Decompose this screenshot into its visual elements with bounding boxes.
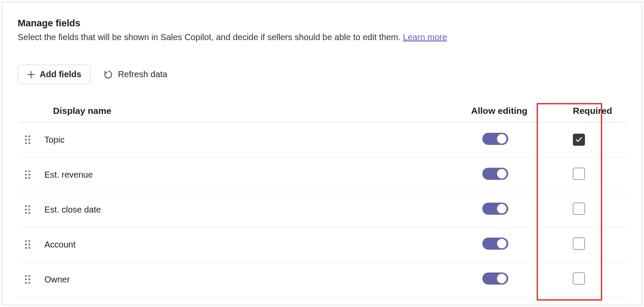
svg-point-4: [25, 142, 27, 144]
page-title: Manage fields: [18, 18, 626, 29]
table-row: Est. revenue: [18, 157, 626, 192]
svg-point-29: [28, 282, 30, 284]
svg-point-20: [25, 244, 27, 245]
svg-point-27: [28, 279, 30, 280]
svg-point-6: [25, 170, 27, 172]
svg-point-8: [25, 174, 27, 175]
add-fields-button[interactable]: Add fields: [18, 65, 91, 84]
svg-point-28: [25, 282, 27, 284]
plus-icon: [27, 70, 35, 79]
allow-editing-cell: [471, 273, 557, 287]
required-checkbox[interactable]: [573, 273, 585, 285]
drag-handle-icon[interactable]: [18, 205, 44, 214]
svg-point-2: [25, 139, 27, 141]
refresh-data-label: Refresh data: [118, 69, 168, 79]
drag-handle-icon[interactable]: [18, 275, 44, 284]
svg-point-7: [28, 170, 30, 172]
svg-point-14: [25, 209, 27, 210]
allow-editing-cell: [471, 203, 557, 217]
drag-handle-icon[interactable]: [18, 170, 44, 179]
allow-editing-cell: [471, 133, 557, 147]
svg-point-23: [28, 247, 30, 249]
field-name: Est. revenue: [44, 170, 471, 180]
svg-point-12: [25, 205, 27, 207]
svg-point-22: [25, 247, 27, 249]
svg-point-11: [28, 177, 30, 179]
fields-table: Display name Allow editing Required Topi…: [18, 100, 626, 297]
field-name: Est. close date: [44, 205, 471, 215]
svg-point-5: [28, 142, 30, 144]
svg-point-19: [28, 240, 30, 242]
required-cell: [557, 273, 626, 287]
required-checkbox[interactable]: [573, 203, 585, 215]
learn-more-link[interactable]: Learn more: [403, 32, 447, 42]
table-row: Owner: [18, 262, 626, 297]
svg-point-25: [28, 275, 30, 277]
required-header: Required: [557, 106, 626, 116]
display-name-header: Display name: [44, 106, 471, 116]
svg-point-16: [25, 212, 27, 214]
table-header-row: Display name Allow editing Required: [18, 100, 626, 122]
required-checkbox[interactable]: [573, 238, 585, 250]
field-name: Owner: [44, 275, 471, 285]
required-cell: [557, 134, 626, 146]
required-cell: [557, 203, 626, 217]
allow-editing-toggle[interactable]: [482, 238, 508, 250]
allow-editing-toggle[interactable]: [482, 168, 508, 180]
svg-point-9: [28, 174, 30, 175]
svg-point-17: [28, 212, 30, 214]
table-row: Account: [18, 227, 626, 262]
manage-fields-panel: Manage fields Select the fields that wil…: [2, 2, 642, 305]
svg-point-3: [28, 139, 30, 141]
table-row: Est. close date: [18, 192, 626, 227]
drag-handle-icon[interactable]: [18, 240, 44, 249]
actions-row: Add fields Refresh data: [18, 65, 626, 84]
allow-editing-toggle[interactable]: [482, 133, 508, 145]
refresh-data-button[interactable]: Refresh data: [103, 69, 168, 79]
svg-point-0: [25, 135, 27, 137]
svg-point-10: [25, 177, 27, 179]
required-checkbox[interactable]: [573, 134, 585, 146]
svg-point-15: [28, 209, 30, 210]
table-row: Topic: [18, 122, 626, 157]
svg-point-18: [25, 240, 27, 242]
refresh-icon: [103, 70, 113, 79]
page-description: Select the fields that will be shown in …: [18, 32, 626, 42]
allow-editing-cell: [471, 168, 557, 182]
svg-point-26: [25, 279, 27, 280]
field-name: Topic: [44, 135, 471, 145]
allow-editing-toggle[interactable]: [482, 203, 508, 215]
svg-point-1: [28, 135, 30, 137]
allow-editing-toggle[interactable]: [482, 273, 508, 285]
required-cell: [557, 238, 626, 252]
required-checkbox[interactable]: [573, 168, 585, 180]
svg-point-24: [25, 275, 27, 277]
allow-editing-header: Allow editing: [471, 106, 557, 116]
field-name: Account: [44, 240, 471, 250]
drag-handle-icon[interactable]: [18, 135, 44, 144]
allow-editing-cell: [471, 238, 557, 252]
required-cell: [557, 168, 626, 182]
page-description-text: Select the fields that will be shown in …: [18, 32, 403, 42]
add-fields-label: Add fields: [40, 69, 81, 79]
svg-point-13: [28, 205, 30, 207]
svg-point-21: [28, 244, 30, 245]
